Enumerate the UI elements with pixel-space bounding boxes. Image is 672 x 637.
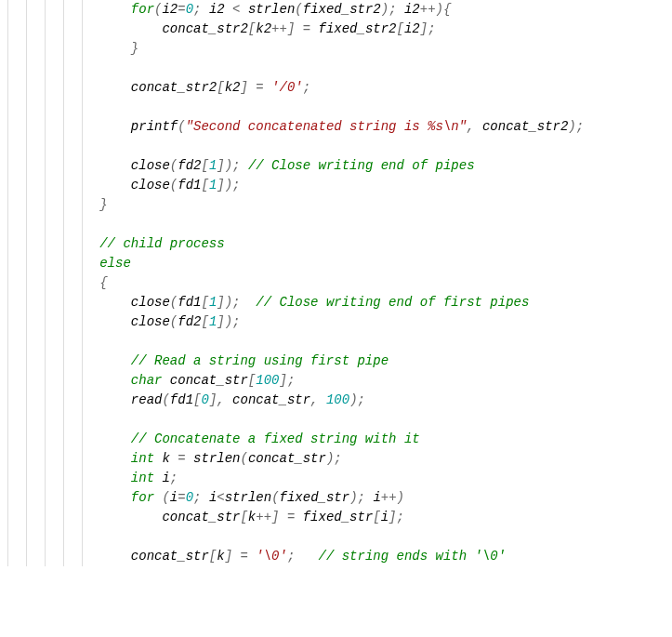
code-line: // Concatenate a fixed string with it	[37, 430, 672, 449]
code-line: concat_str2[k2] = '/0';	[37, 78, 672, 98]
code-line: else	[37, 254, 672, 273]
code-line: read(fd1[0], concat_str, 100);	[37, 391, 672, 410]
code-line	[37, 98, 672, 117]
code-line: concat_str[k] = '\0'; // string ends wit…	[37, 547, 672, 566]
indent-guide	[45, 0, 46, 566]
code-line: printf("Second concatenated string is %s…	[37, 117, 672, 137]
code-line: concat_str[k++] = fixed_str[i];	[37, 508, 672, 527]
code-line	[37, 137, 672, 156]
code-line: }	[37, 39, 672, 59]
code-line	[37, 59, 672, 78]
code-line: close(fd1[1]);	[37, 176, 672, 195]
code-line	[37, 332, 672, 352]
code-line: {	[37, 273, 672, 293]
code-line: // Read a string using first pipe	[37, 352, 672, 371]
indent-guide	[82, 0, 83, 566]
code-line: for (i=0; i<strlen(fixed_str); i++)	[37, 488, 672, 508]
code-line: close(fd1[1]); // Close writing end of f…	[37, 293, 672, 312]
code-line: }	[37, 195, 672, 215]
code-lines: for(i2=0; i2 < strlen(fixed_str2); i2++)…	[37, 0, 672, 566]
code-line: for(i2=0; i2 < strlen(fixed_str2); i2++)…	[37, 0, 672, 20]
code-line	[37, 410, 672, 430]
code-line: close(fd2[1]); // Close writing end of p…	[37, 156, 672, 176]
code-line: concat_str2[k2++] = fixed_str2[i2];	[37, 20, 672, 39]
code-line: // child process	[37, 234, 672, 254]
code-line	[37, 527, 672, 547]
code-block: for(i2=0; i2 < strlen(fixed_str2); i2++)…	[0, 0, 672, 566]
code-line	[37, 215, 672, 234]
indent-guide	[26, 0, 27, 566]
code-line: int k = strlen(concat_str);	[37, 449, 672, 469]
indent-guide	[7, 0, 8, 566]
code-line: char concat_str[100];	[37, 371, 672, 391]
code-line: close(fd2[1]);	[37, 312, 672, 332]
code-line: int i;	[37, 469, 672, 488]
indent-guide	[63, 0, 64, 566]
